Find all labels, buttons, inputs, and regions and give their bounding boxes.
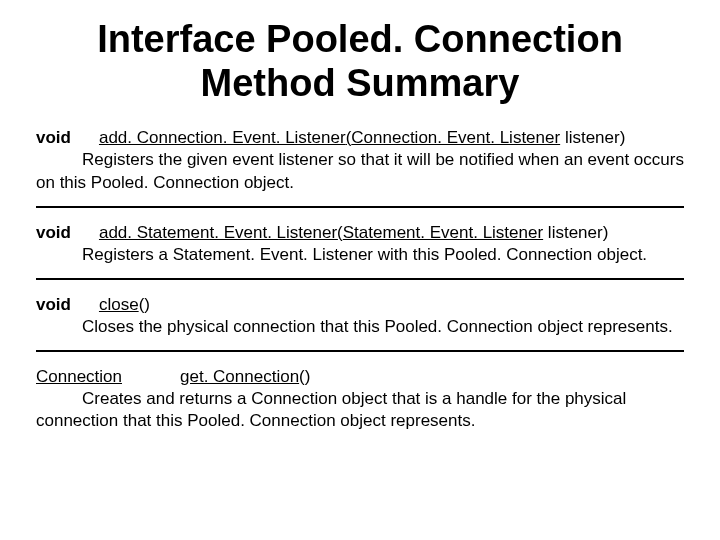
return-type: void bbox=[36, 295, 71, 314]
return-type: void bbox=[36, 223, 71, 242]
method-entry: voidadd. Connection. Event. Listener(Con… bbox=[36, 127, 684, 193]
param-type-link[interactable]: Statement. Event. Listener bbox=[343, 223, 543, 242]
method-name-link[interactable]: close bbox=[99, 295, 139, 314]
return-type: void bbox=[36, 128, 71, 147]
paren-open: () bbox=[299, 367, 310, 386]
slide: Interface Pooled. Connection Method Summ… bbox=[0, 0, 720, 540]
method-description: Registers the given event listener so th… bbox=[36, 150, 684, 191]
method-description: Closes the physical connection that this… bbox=[82, 317, 673, 336]
param-rest: listener) bbox=[560, 128, 625, 147]
method-entry: Connectionget. Connection() Creates and … bbox=[36, 366, 684, 432]
return-type-link[interactable]: Connection bbox=[36, 367, 122, 386]
param-type-link[interactable]: Connection. Event. Listener bbox=[351, 128, 560, 147]
divider bbox=[36, 206, 684, 208]
method-name-link[interactable]: add. Statement. Event. Listener bbox=[99, 223, 337, 242]
page-title: Interface Pooled. Connection Method Summ… bbox=[36, 18, 684, 105]
paren-open: () bbox=[139, 295, 150, 314]
divider bbox=[36, 278, 684, 280]
param-rest: listener) bbox=[543, 223, 608, 242]
method-description: Registers a Statement. Event. Listener w… bbox=[82, 245, 647, 264]
title-line-1: Interface Pooled. Connection bbox=[97, 18, 623, 60]
method-description: Creates and returns a Connection object … bbox=[36, 389, 626, 430]
method-name-link[interactable]: add. Connection. Event. Listener bbox=[99, 128, 346, 147]
title-line-2: Method Summary bbox=[201, 62, 520, 104]
divider bbox=[36, 350, 684, 352]
method-name-link[interactable]: get. Connection bbox=[180, 367, 299, 386]
method-entry: voidclose() Closes the physical connecti… bbox=[36, 294, 684, 338]
method-entry: voidadd. Statement. Event. Listener(Stat… bbox=[36, 222, 684, 266]
